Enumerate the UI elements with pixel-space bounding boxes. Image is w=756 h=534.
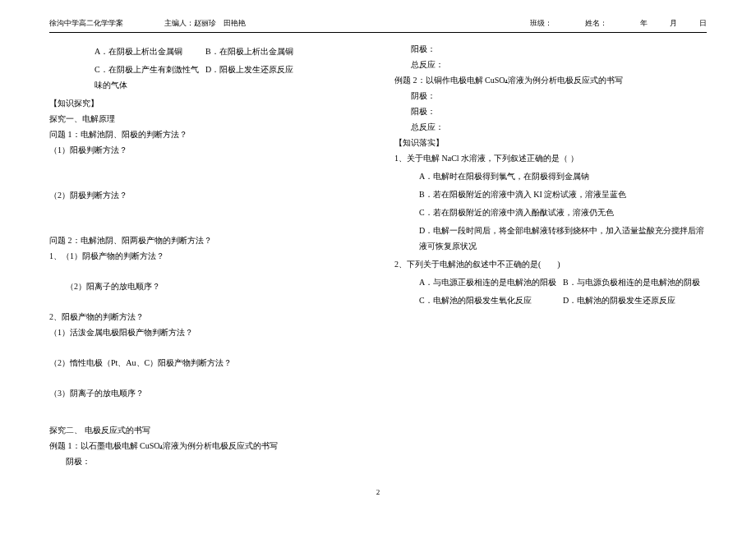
problem2-sub2c: （3）阴离子的放电顺序？ (49, 385, 362, 401)
section-practice-heading: 【知识落实】 (394, 135, 707, 150)
practice1-stem: 1、关于电解 NaCl 水溶液，下列叙述正确的是（ ） (394, 150, 707, 166)
practice1-opt-c: C．若在阴极附近的溶液中滴入酚酞试液，溶液仍无色 (419, 205, 614, 220)
problem1-title: 问题 1：电解池阴、阳极的判断方法？ (49, 127, 362, 142)
class-field: 班级： (530, 16, 552, 30)
problem2-sub2a: （1）活泼金属电极阳极产物判断方法？ (49, 325, 362, 340)
date-field: 年 月 日 (640, 16, 707, 30)
problem2-sub2: 2、阳极产物的判断方法？ (49, 309, 362, 325)
practice1-opt-a: A．电解时在阳极得到氯气，在阴极得到金属钠 (419, 168, 589, 184)
problem2-title: 问题 2：电解池阴、阳两极产物的判断方法？ (49, 232, 362, 248)
practice1-opt-d: D．电解一段时间后，将全部电解液转移到烧杯中，加入适量盐酸充分搅拌后溶液可恢复原… (419, 223, 707, 254)
q1-opt-a: A．在阴极上析出金属铜 (49, 44, 205, 59)
practice2-opt-d: D．电解池的阴极发生还原反应 (563, 292, 707, 308)
practice2-opt-a: A．与电源正极相连的是电解池的阳极 (419, 274, 563, 290)
page-number: 2 (49, 486, 707, 499)
name-field: 姓名： (585, 16, 607, 30)
q1-opt-d: D．阳极上发生还原反应 (205, 62, 362, 93)
problem2-sub2b: （2）惰性电极（Pt、Au、C）阳极产物判断方法？ (49, 355, 362, 371)
inquiry2-title: 探究二、 电极反应式的书写 (49, 422, 362, 438)
practice2-opt-c: C．电解池的阳极发生氧化反应 (419, 292, 563, 308)
example2-title: 例题 2：以铜作电极电解 CuSO₄溶液为例分析电极反应式的书写 (394, 72, 707, 88)
content-columns: A．在阴极上析出金属铜 B．在阳极上析出金属铜 C．在阴极上产生有刺激性气味的气… (49, 41, 707, 469)
q1-opt-b: B．在阳极上析出金属铜 (205, 44, 362, 59)
right-column: 阳极： 总反应： 例题 2：以铜作电极电解 CuSO₄溶液为例分析电极反应式的书… (394, 41, 707, 469)
section-inquiry-heading: 【知识探究】 (49, 95, 362, 111)
practice2-opt-b: B．与电源负极相连的是电解池的阴极 (563, 274, 707, 290)
q1-options-ab: A．在阴极上析出金属铜 B．在阳极上析出金属铜 (49, 44, 362, 59)
problem2-sub1: 1、（1）阴极产物的判断方法？ (49, 248, 362, 264)
school-name: 徐沟中学高二化学学案 (49, 16, 123, 30)
inquiry1-title: 探究一、电解原理 (49, 111, 362, 127)
ex1-anode: 阳极： (394, 41, 707, 57)
example1-title: 例题 1：以石墨电极电解 CuSO₄溶液为例分析电极反应式的书写 (49, 438, 362, 453)
editor-info: 主编人：赵丽珍 田艳艳 (164, 16, 246, 30)
ex2-cathode: 阴极： (394, 88, 707, 104)
ex2-total: 总反应： (394, 119, 707, 135)
practice2-stem: 2、下列关于电解池的叙述中不正确的是( ) (394, 256, 707, 272)
ex1-total: 总反应： (394, 57, 707, 72)
q1-opt-c: C．在阴极上产生有刺激性气味的气体 (49, 62, 205, 93)
q1-options-cd: C．在阴极上产生有刺激性气味的气体 D．阳极上发生还原反应 (49, 62, 362, 93)
left-column: A．在阴极上析出金属铜 B．在阳极上析出金属铜 C．在阴极上产生有刺激性气味的气… (49, 41, 362, 469)
practice1-opt-b: B．若在阳极附近的溶液中滴入 KI 淀粉试液，溶液呈蓝色 (419, 186, 626, 202)
problem1-sub1: （1）阳极判断方法？ (49, 142, 362, 158)
problem1-sub2: （2）阴极判断方法？ (49, 187, 362, 203)
ex2-anode: 阳极： (394, 104, 707, 119)
ex1-cathode: 阴极： (49, 453, 362, 469)
page-header: 徐沟中学高二化学学案 主编人：赵丽珍 田艳艳 班级： 姓名： 年 月 日 (49, 16, 707, 33)
problem2-sub1b: （2）阳离子的放电顺序？ (49, 279, 362, 294)
